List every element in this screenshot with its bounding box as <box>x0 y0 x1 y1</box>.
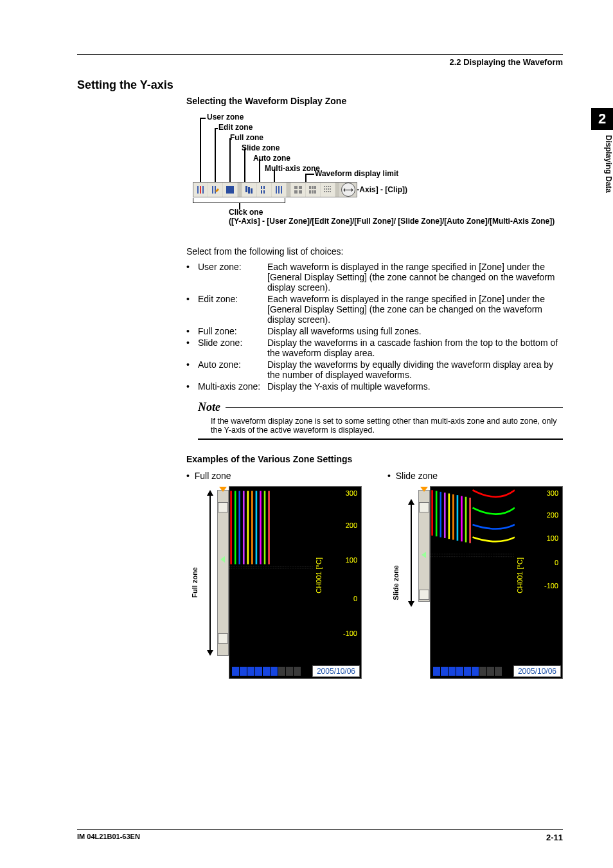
user-zone-button[interactable] <box>193 183 208 197</box>
zone-list: •User zone:Each waveform is displayed in… <box>186 262 563 392</box>
svg-rect-8 <box>251 188 253 194</box>
tick: 300 <box>346 489 357 497</box>
full-zone-vlabel: Full zone <box>191 567 199 598</box>
term-full-zone: Full zone: <box>198 326 267 336</box>
svg-rect-35 <box>326 191 327 192</box>
label-waveform-limit: Waveform display limit <box>315 169 398 178</box>
svg-rect-23 <box>309 190 311 194</box>
footer-doc-id: IM 04L21B01-63EN <box>77 833 140 842</box>
tick: -100 <box>544 582 558 590</box>
tick: -100 <box>343 629 357 637</box>
svg-rect-29 <box>330 186 331 187</box>
term-multi-axis-zone: Multi-axis zone: <box>198 381 267 392</box>
tick: 0 <box>353 595 357 602</box>
grid-button-1[interactable] <box>291 183 305 197</box>
term-edit-zone: Edit zone: <box>198 294 267 325</box>
svg-rect-30 <box>324 188 325 190</box>
svg-rect-6 <box>245 186 247 192</box>
grid-button-2[interactable] <box>306 183 320 197</box>
label-edit-zone: Edit zone <box>218 123 253 132</box>
svg-rect-1 <box>200 186 201 194</box>
svg-rect-34 <box>324 191 325 192</box>
tick: 0 <box>555 559 558 566</box>
note-block: Note If the waveform display zone is set… <box>198 401 563 440</box>
full-zone-plot: CH001 [°C] 300 200 100 0 -100 2005/10/06 <box>229 486 362 679</box>
svg-rect-2 <box>202 186 204 194</box>
svg-rect-33 <box>330 188 331 190</box>
subsection-heading: Selecting the Waveform Display Zone <box>186 96 563 106</box>
full-zone-slider[interactable] <box>217 490 229 656</box>
edit-zone-button[interactable] <box>208 183 222 197</box>
svg-rect-0 <box>197 186 199 194</box>
clip-icon: ⟷ <box>341 183 355 197</box>
axis-channel-label: CH001 [°C] <box>516 557 524 593</box>
svg-rect-19 <box>299 190 302 194</box>
zone-toolbar-diagram: User zone Edit zone Full zone Slide zone… <box>193 113 563 235</box>
svg-rect-24 <box>312 190 314 194</box>
svg-rect-28 <box>328 186 329 187</box>
desc-edit-zone: Each waveform is displayed in the range … <box>267 294 563 325</box>
clip-button[interactable]: ⟷ <box>340 183 357 197</box>
term-auto-zone: Auto zone: <box>198 359 267 380</box>
svg-rect-4 <box>215 186 216 194</box>
slide-zone-slider[interactable] <box>418 490 430 602</box>
chapter-title: Displaying Data <box>591 130 613 193</box>
label-multi-axis-zone: Multi-axis zone <box>265 164 320 173</box>
auto-zone-button[interactable] <box>257 183 271 197</box>
tick: 100 <box>547 534 558 542</box>
label-click-one: Click one <box>229 208 263 217</box>
desc-user-zone: Each waveform is displayed in the range … <box>267 262 563 293</box>
term-user-zone: User zone: <box>198 262 267 293</box>
svg-rect-32 <box>328 188 329 190</box>
slide-zone-button[interactable] <box>242 183 256 197</box>
label-user-zone: User zone <box>207 113 244 122</box>
svg-rect-22 <box>314 186 316 189</box>
intro-text: Select from the following list of choice… <box>186 246 563 257</box>
example-slide-label: • Slide zone <box>387 471 563 481</box>
slide-zone-plot: CH001 [°C] 300 200 100 0 -100 2005/10/06 <box>430 486 563 679</box>
svg-rect-17 <box>299 186 302 189</box>
chapter-number: 2 <box>591 108 613 130</box>
svg-rect-5 <box>226 186 234 194</box>
label-full-zone: Full zone <box>230 133 263 142</box>
label-slide-zone: Slide zone <box>242 143 280 152</box>
note-title: Note <box>198 401 220 414</box>
full-zone-button[interactable] <box>223 183 237 197</box>
svg-rect-11 <box>261 190 262 194</box>
svg-rect-27 <box>326 186 327 187</box>
time-bar <box>433 667 502 676</box>
note-body: If the waveform display zone is set to s… <box>198 414 563 439</box>
example-full-label: • Full zone <box>186 471 362 481</box>
desc-full-zone: Display all waveforms using full zones. <box>267 326 563 336</box>
svg-rect-25 <box>314 190 316 194</box>
svg-rect-37 <box>330 191 331 192</box>
tick: 300 <box>547 489 558 497</box>
slide-zone-vlabel: Slide zone <box>392 565 400 600</box>
term-slide-zone: Slide zone: <box>198 338 267 358</box>
label-click-menu: ([Y-Axis] - [User Zone]/[Edit Zone]/[Ful… <box>229 217 555 226</box>
chapter-side-tab: 2 Displaying Data <box>583 108 613 193</box>
multi-axis-zone-button[interactable] <box>272 183 286 197</box>
full-zone-extent-arrow <box>203 486 217 679</box>
desc-multi-axis-zone: Display the Y-axis of multiple waveforms… <box>267 381 563 392</box>
svg-rect-15 <box>281 186 282 194</box>
footer-page-number: 2-11 <box>546 833 563 842</box>
svg-rect-10 <box>263 186 265 189</box>
desc-auto-zone: Display the waveforms by equally dividin… <box>267 359 563 380</box>
slide-zone-extent-arrow <box>404 486 418 679</box>
time-bar <box>232 667 301 676</box>
subsection-examples: Examples of the Various Zone Settings <box>186 454 563 464</box>
svg-rect-16 <box>294 186 298 189</box>
svg-rect-9 <box>261 186 262 189</box>
svg-rect-12 <box>263 190 265 194</box>
svg-rect-20 <box>309 186 311 189</box>
svg-rect-31 <box>326 188 327 190</box>
svg-rect-36 <box>328 191 329 192</box>
svg-rect-13 <box>276 186 277 194</box>
zone-toolbar: ⟷ <box>193 182 357 197</box>
tick: 100 <box>346 556 357 564</box>
date-box: 2005/10/06 <box>513 665 561 677</box>
svg-rect-14 <box>278 186 280 194</box>
grid-button-3[interactable] <box>321 183 335 197</box>
desc-slide-zone: Display the waveforms in a cascade fashi… <box>267 338 563 358</box>
